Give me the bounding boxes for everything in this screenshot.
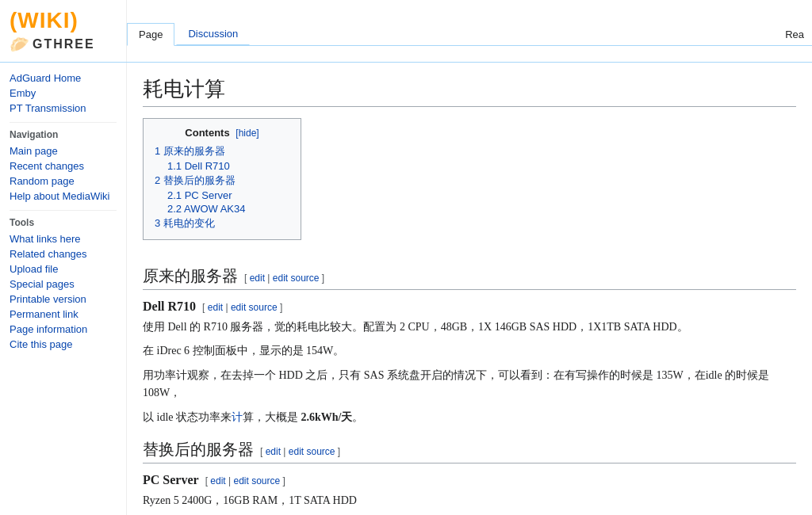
subsection1-1-heading: Dell R710 [ edit | edit source ] [143, 299, 796, 314]
section2-edit-link[interactable]: edit [266, 446, 281, 457]
sidebar-item-recent-changes[interactable]: Recent changes [10, 158, 117, 174]
tools-title: Tools [10, 217, 117, 228]
toc: Contents [hide] 1 原来的服务器 1.1 Dell R710 2… [143, 118, 301, 240]
section2-heading: 替换后的服务器 [ edit | edit source ] [143, 439, 796, 464]
logo-title: (WIKI) [10, 8, 117, 33]
sidebar-item-page-info[interactable]: Page information [10, 322, 117, 337]
sidebar-link-pt[interactable]: PT Transmission [10, 101, 117, 116]
section1-heading: 原来的服务器 [ edit | edit source ] [143, 265, 796, 290]
tab-read: Rea [777, 24, 812, 45]
sidebar-item-cite[interactable]: Cite this page [10, 337, 117, 352]
subsection2-1-para1: Ryzen 5 2400G，16GB RAM，1T SATA HDD [143, 492, 796, 509]
toc-hide-button[interactable]: [hide] [236, 128, 259, 139]
para4-calc-link[interactable]: 计 [232, 411, 243, 423]
sidebar-item-related-changes[interactable]: Related changes [10, 246, 117, 261]
subsection2-1-edit-links: [ edit | edit source ] [205, 475, 285, 486]
sidebar-item-printable[interactable]: Printable version [10, 292, 117, 307]
subsection1-1-para1: 使用 Dell 的 R710 服务器，觉的耗电比较大。配置为 2 CPU，48G… [143, 319, 796, 336]
sidebar-item-special-pages[interactable]: Special pages [10, 277, 117, 292]
sidebar-item-upload-file[interactable]: Upload file [10, 261, 117, 277]
toc-item-1-1[interactable]: 1.1 Dell R710 [155, 159, 289, 173]
subsection2-1-edit-link[interactable]: edit [210, 475, 225, 486]
sidebar-item-main-page[interactable]: Main page [10, 143, 117, 158]
navigation-title: Navigation [10, 129, 117, 140]
sidebar-divider-2 [10, 210, 117, 211]
sidebar-item-what-links-here[interactable]: What links here [10, 231, 117, 246]
section1-edit-source-link[interactable]: edit source [273, 273, 320, 284]
subsection1-1-edit-links: [ edit | edit source ] [202, 302, 282, 313]
sidebar: AdGuard Home Emby PT Transmission Naviga… [0, 63, 127, 515]
subsection2-1-heading: PC Server [ edit | edit source ] [143, 473, 796, 487]
sidebar-section-tools: Tools What links here Related changes Up… [10, 217, 117, 352]
section1-edit-link[interactable]: edit [250, 273, 265, 284]
subsection1-1-para4: 以 idle 状态功率来计算，大概是 2.6kWh/天。 [143, 409, 796, 426]
subsection1-1-edit-link[interactable]: edit [208, 302, 223, 313]
subsection2-1-edit-source-link[interactable]: edit source [233, 475, 280, 486]
tab-discussion[interactable]: Discussion [176, 22, 250, 45]
toc-item-2-1[interactable]: 2.1 PC Server [155, 189, 289, 202]
logo-icon: 🥟 [10, 35, 29, 54]
subsection1-1-para2: 在 iDrec 6 控制面板中，显示的是 154W。 [143, 342, 796, 360]
page-title: 耗电计算 [143, 75, 796, 107]
sidebar-link-emby[interactable]: Emby [10, 86, 117, 101]
logo-area: (WIKI) 🥟 GTHREE [0, 0, 127, 62]
sidebar-item-help[interactable]: Help about MediaWiki [10, 189, 117, 204]
sidebar-item-permanent-link[interactable]: Permanent link [10, 307, 117, 322]
sidebar-link-adguard[interactable]: AdGuard Home [10, 71, 117, 86]
logo-name: GTHREE [33, 37, 95, 52]
subsection1-1-para3: 用功率计观察，在去掉一个 HDD 之后，只有 SAS 系统盘开启的情况下，可以看… [143, 367, 796, 402]
sidebar-item-random-page[interactable]: Random page [10, 174, 117, 189]
section2-edit-source-link[interactable]: edit source [289, 446, 335, 457]
toc-item-2-2[interactable]: 2.2 AWOW AK34 [155, 202, 289, 216]
main-content: 耗电计算 Contents [hide] 1 原来的服务器 1.1 Dell R… [127, 63, 812, 515]
toc-item-3[interactable]: 3 耗电的变化 [155, 216, 289, 231]
section1-edit-links: [ edit | edit source ] [244, 273, 324, 284]
sidebar-top-links: AdGuard Home Emby PT Transmission [10, 71, 117, 116]
sidebar-section-navigation: Navigation Main page Recent changes Rand… [10, 129, 117, 204]
tab-page[interactable]: Page [127, 23, 174, 46]
section2-edit-links: [ edit | edit source ] [260, 446, 340, 457]
toc-item-1[interactable]: 1 原来的服务器 [155, 143, 289, 159]
toc-title: Contents [185, 127, 229, 139]
subsection1-1-edit-source-link[interactable]: edit source [231, 302, 278, 313]
sidebar-divider-1 [10, 122, 117, 123]
para4-bold: 2.6kWh/天 [301, 411, 353, 423]
toc-item-2[interactable]: 2 替换后的服务器 [155, 173, 289, 189]
